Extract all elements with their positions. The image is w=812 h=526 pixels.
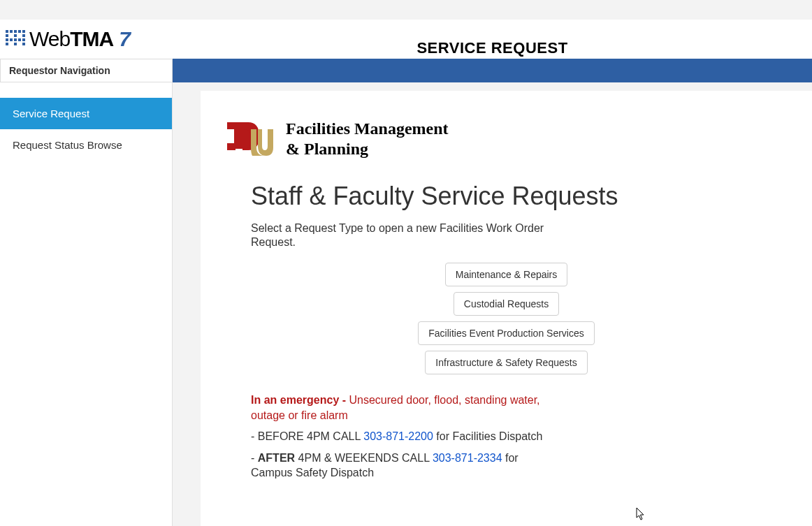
request-type-buttons: Maintenance & Repairs Custodial Requests… [224, 263, 788, 374]
main-panel: Facilities Management & Planning Staff &… [201, 91, 812, 526]
svg-rect-14 [14, 43, 17, 45]
subtitle: Select a Request Type to open a new Faci… [251, 221, 544, 251]
content-row: Service Request Request Status Browse [0, 82, 812, 526]
emergency-label: In an emergency - [251, 394, 349, 406]
call-line-before-4pm: - BEFORE 4PM CALL 303-871-2200 for Facil… [251, 430, 558, 444]
svg-rect-7 [22, 34, 25, 37]
dept-logo-row: Facilities Management & Planning [224, 119, 788, 159]
facilities-event-production-button[interactable]: Facilities Event Production Services [418, 321, 595, 345]
svg-rect-4 [22, 30, 25, 33]
main-area: Facilities Management & Planning Staff &… [173, 82, 812, 526]
grid-icon [6, 30, 27, 48]
svg-rect-3 [18, 30, 21, 33]
logo-version: 7 [119, 27, 131, 51]
custodial-requests-button[interactable]: Custodial Requests [454, 292, 559, 316]
svg-rect-8 [6, 38, 8, 41]
logo-zone: WebTMA 7 [0, 20, 173, 59]
dept-name: Facilities Management & Planning [286, 119, 449, 159]
sidebar-item-request-status-browse[interactable]: Request Status Browse [0, 129, 172, 161]
second-row: Requestor Navigation [0, 59, 812, 82]
phone-link-campus-safety[interactable]: 303-871-2334 [433, 452, 502, 464]
dept-name-line2: & Planning [286, 139, 449, 159]
du-logo-icon [224, 119, 273, 159]
sidebar: Service Request Request Status Browse [0, 82, 173, 526]
svg-rect-15 [22, 43, 25, 45]
call-prefix: - [251, 452, 258, 464]
header-blue-bar [173, 59, 812, 82]
dept-name-line1: Facilities Management [286, 119, 449, 139]
sidebar-header-label: Requestor Navigation [9, 65, 110, 76]
page-title: SERVICE REQUEST [173, 39, 812, 57]
svg-rect-0 [6, 30, 8, 33]
header-row: WebTMA 7 SERVICE REQUEST [0, 20, 812, 59]
main-heading: Staff & Faculty Service Requests [251, 180, 788, 212]
svg-rect-13 [6, 43, 8, 45]
logo-text: WebTMA [29, 27, 113, 51]
call-line-after-4pm: - AFTER 4PM & WEEKENDS CALL 303-871-2334… [251, 451, 558, 481]
svg-rect-1 [10, 30, 13, 33]
call-bold-word: AFTER [258, 452, 295, 464]
maintenance-repairs-button[interactable]: Maintenance & Repairs [445, 263, 568, 286]
sidebar-item-label: Request Status Browse [13, 139, 122, 151]
emergency-notice: In an emergency - Unsecured door, flood,… [251, 393, 558, 423]
sidebar-spacer [0, 82, 172, 98]
svg-rect-10 [14, 38, 17, 41]
call-prefix: - BEFORE 4PM CALL [251, 430, 363, 442]
sidebar-header: Requestor Navigation [0, 59, 173, 82]
sidebar-item-label: Service Request [13, 108, 89, 119]
svg-rect-12 [22, 38, 25, 41]
app-logo: WebTMA 7 [6, 27, 131, 51]
page-title-zone: SERVICE REQUEST [173, 39, 812, 59]
call-suffix: for Facilities Dispatch [433, 430, 543, 442]
phone-link-facilities[interactable]: 303-871-2200 [363, 430, 433, 442]
top-spacer [0, 0, 812, 20]
svg-rect-6 [14, 34, 17, 37]
call-mid: 4PM & WEEKENDS CALL [295, 452, 433, 464]
svg-rect-11 [18, 38, 21, 41]
svg-rect-9 [10, 38, 13, 41]
sidebar-item-service-request[interactable]: Service Request [0, 98, 172, 129]
infrastructure-safety-button[interactable]: Infrastructure & Safety Requests [425, 351, 587, 374]
svg-rect-2 [14, 30, 17, 33]
svg-rect-5 [6, 34, 8, 37]
